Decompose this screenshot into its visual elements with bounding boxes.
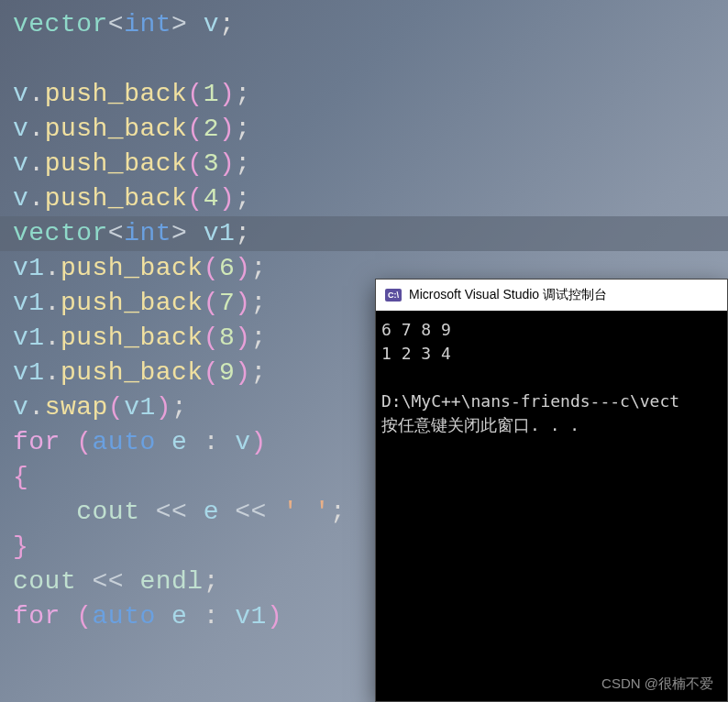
- watermark: CSDN @很楠不爱: [601, 675, 713, 693]
- console-line: 6 7 8 9: [381, 318, 722, 342]
- console-titlebar[interactable]: C:\ Microsoft Visual Studio 调试控制台: [376, 280, 727, 311]
- code-line: v.push_back(1);: [13, 77, 715, 112]
- console-window[interactable]: C:\ Microsoft Visual Studio 调试控制台 6 7 8 …: [375, 279, 728, 702]
- console-line: [381, 366, 722, 389]
- vs-console-icon: C:\: [385, 289, 402, 302]
- code-line: v.push_back(4);: [13, 181, 715, 216]
- console-line: D:\MyC++\nans-friends---c\vect: [381, 389, 722, 413]
- console-output: 6 7 8 9 1 2 3 4 D:\MyC++\nans-friends---…: [376, 311, 727, 444]
- code-line: v.push_back(2);: [13, 112, 715, 147]
- code-line: vector<int> v;: [13, 7, 715, 42]
- code-line: [13, 42, 715, 77]
- console-title: Microsoft Visual Studio 调试控制台: [409, 287, 607, 303]
- code-line-highlighted: vector<int> v1;: [0, 216, 728, 251]
- code-line: v.push_back(3);: [13, 147, 715, 181]
- console-line: 按任意键关闭此窗口. . .: [381, 413, 722, 437]
- console-line: 1 2 3 4: [381, 342, 722, 366]
